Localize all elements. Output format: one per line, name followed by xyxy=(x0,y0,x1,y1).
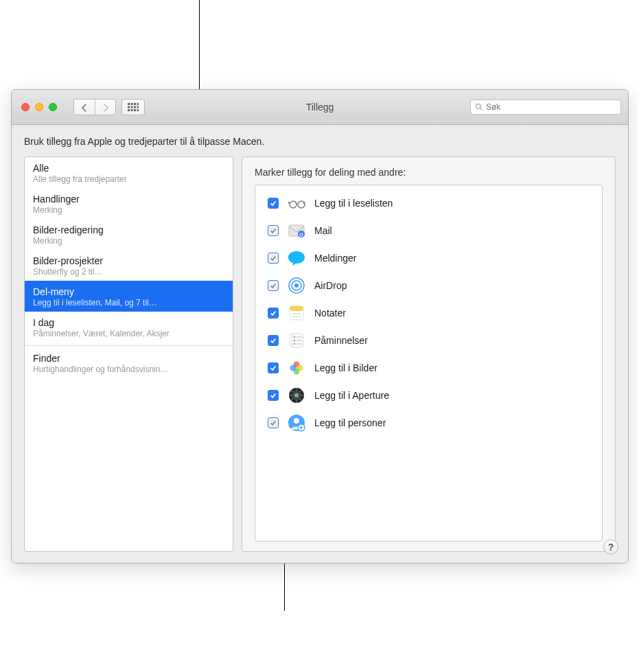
sidebar-item-title: Handlinger xyxy=(33,194,224,205)
sidebar-item[interactable]: I dagPåminnelser, Været, Kalender, Aksje… xyxy=(25,312,233,343)
close-window-button[interactable] xyxy=(21,103,30,111)
svg-rect-4 xyxy=(128,106,130,108)
panes: AlleAlle tillegg fra tredjeparterHandlin… xyxy=(24,157,616,552)
forward-button[interactable] xyxy=(95,100,115,115)
extension-row: AirDrop xyxy=(255,272,602,299)
check-icon xyxy=(270,227,277,234)
svg-point-21 xyxy=(294,283,299,288)
sidebar-item[interactable]: Bilder-prosjekterShutterfly og 2 til… xyxy=(25,250,233,281)
sidebar-item-subtitle: Påminnelser, Været, Kalender, Aksjer xyxy=(33,329,224,338)
search-field-wrapper[interactable] xyxy=(470,100,621,115)
show-all-button[interactable] xyxy=(121,99,145,115)
svg-point-28 xyxy=(294,336,295,338)
extension-row: Meldinger xyxy=(255,244,602,272)
extension-icon xyxy=(287,276,306,295)
extension-row: Legg til i Bilder xyxy=(255,354,602,382)
extension-checkbox[interactable] xyxy=(268,417,279,428)
svg-rect-3 xyxy=(137,103,139,105)
extension-icon xyxy=(287,386,306,405)
sidebar-item-subtitle: Hurtighandlinger og forhåndsvisnin… xyxy=(33,364,224,374)
help-button[interactable]: ? xyxy=(603,540,618,555)
content: Bruk tillegg fra Apple og tredjeparter t… xyxy=(12,125,628,563)
svg-rect-9 xyxy=(131,109,133,111)
sidebar-item[interactable]: Del-menyLegg til i leselisten, Mail, og … xyxy=(25,281,233,312)
extension-list: Legg til i leselisten@MailMeldingerAirDr… xyxy=(255,185,603,542)
extension-icon xyxy=(287,194,306,213)
check-icon xyxy=(270,337,277,344)
extension-checkbox[interactable] xyxy=(268,308,279,318)
svg-point-37 xyxy=(290,365,297,371)
extension-label: Legg til i Bilder xyxy=(314,362,377,373)
sidebar-item-title: Bilder-prosjekter xyxy=(33,255,224,266)
chevron-right-icon xyxy=(102,104,109,112)
extension-checkbox[interactable] xyxy=(268,390,279,401)
svg-text:@: @ xyxy=(299,232,303,237)
svg-point-50 xyxy=(294,418,299,424)
svg-point-15 xyxy=(298,201,305,208)
grid-icon xyxy=(128,103,139,111)
svg-point-29 xyxy=(294,340,295,341)
extension-row: Legg til personer xyxy=(255,409,602,437)
zoom-window-button[interactable] xyxy=(49,103,57,111)
svg-rect-5 xyxy=(131,106,133,108)
extension-checkbox[interactable] xyxy=(268,335,279,346)
svg-point-14 xyxy=(290,201,297,208)
extension-icon xyxy=(287,303,306,323)
extension-label: AirDrop xyxy=(314,280,347,291)
extension-checkbox[interactable] xyxy=(268,280,279,291)
reminders-icon xyxy=(287,331,306,350)
extension-icon xyxy=(287,358,306,378)
check-icon xyxy=(270,392,277,399)
sidebar-item[interactable]: Bilder-redigeringMerking xyxy=(25,219,233,250)
extension-label: Legg til i Aperture xyxy=(314,390,389,401)
svg-rect-10 xyxy=(134,109,136,111)
extension-checkbox[interactable] xyxy=(268,253,279,264)
back-button[interactable] xyxy=(74,100,95,115)
detail-pane: Marker tillegg for deling med andre: Leg… xyxy=(242,157,616,552)
extension-label: Meldinger xyxy=(314,253,356,264)
extension-row: @Mail xyxy=(255,217,602,244)
extension-icon xyxy=(287,331,306,350)
sidebar-item-title: Finder xyxy=(33,353,224,364)
svg-line-13 xyxy=(480,108,483,111)
extension-label: Legg til i leselisten xyxy=(314,198,393,209)
sidebar-item[interactable]: HandlingerMerking xyxy=(25,188,233,219)
people-icon xyxy=(287,413,306,432)
svg-rect-1 xyxy=(131,103,133,105)
sidebar-item-subtitle: Legg til i leselisten, Mail, og 7 til… xyxy=(33,298,224,308)
svg-point-30 xyxy=(294,343,295,345)
extension-checkbox[interactable] xyxy=(268,362,279,373)
intro-text: Bruk tillegg fra Apple og tredjeparter t… xyxy=(24,136,616,147)
extension-icon xyxy=(287,413,306,432)
svg-rect-2 xyxy=(134,103,136,105)
extension-label: Notater xyxy=(314,308,346,318)
minimize-window-button[interactable] xyxy=(35,103,43,111)
sidebar-item[interactable]: FinderHurtighandlinger og forhåndsvisnin… xyxy=(25,345,233,378)
svg-rect-23 xyxy=(290,306,303,311)
check-icon xyxy=(270,200,277,207)
mail-icon: @ xyxy=(287,221,306,240)
sidebar-item[interactable]: AlleAlle tillegg fra tredjeparter xyxy=(25,157,233,188)
extension-checkbox[interactable] xyxy=(268,198,279,209)
sidebar-item-subtitle: Alle tillegg fra tredjeparter xyxy=(33,174,224,184)
extension-checkbox[interactable] xyxy=(268,225,279,236)
nav-buttons xyxy=(73,99,116,115)
svg-rect-7 xyxy=(137,106,139,108)
extension-icon: @ xyxy=(287,221,306,240)
svg-point-48 xyxy=(294,393,299,397)
titlebar: Tillegg xyxy=(12,90,628,125)
preferences-window: Tillegg Bruk tillegg fra Apple og tredje… xyxy=(11,89,629,564)
chevron-left-icon xyxy=(81,104,88,112)
search-icon xyxy=(475,103,483,111)
check-icon xyxy=(270,282,277,289)
sidebar-item-subtitle: Shutterfly og 2 til… xyxy=(33,267,224,277)
svg-rect-6 xyxy=(134,106,136,108)
notes-icon xyxy=(287,303,306,323)
photos-icon xyxy=(287,358,306,378)
svg-rect-8 xyxy=(128,109,130,111)
svg-point-12 xyxy=(476,104,481,109)
check-icon xyxy=(270,255,277,262)
aperture-icon xyxy=(287,386,306,405)
search-input[interactable] xyxy=(486,102,616,112)
extension-label: Legg til personer xyxy=(314,417,386,428)
